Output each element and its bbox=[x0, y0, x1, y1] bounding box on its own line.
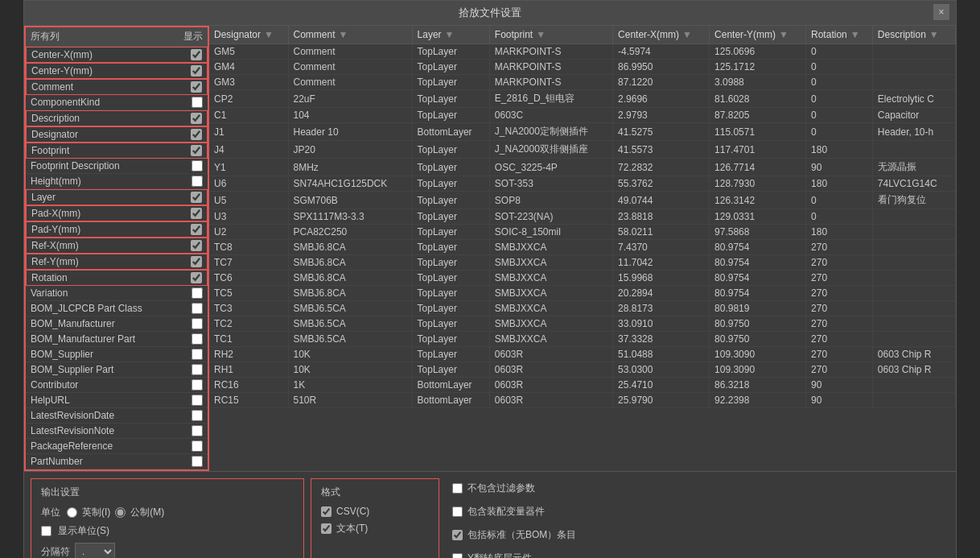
col-item[interactable]: Ref-Y(mm) bbox=[26, 254, 208, 270]
col-item-checkbox[interactable] bbox=[191, 440, 203, 452]
col-item-checkbox[interactable] bbox=[191, 192, 202, 203]
table-row[interactable]: Y18MHzTopLayerOSC_3225-4P72.2832126.7714… bbox=[209, 159, 956, 176]
col-item-checkbox[interactable] bbox=[191, 456, 203, 467]
col-item[interactable]: PartNumber bbox=[26, 454, 208, 469]
col-item-checkbox[interactable] bbox=[191, 129, 202, 140]
table-row[interactable]: GM5CommentTopLayerMARKPOINT-S-4.5974125.… bbox=[209, 44, 956, 60]
table-container[interactable]: Designator▼Comment▼Layer▼Footprint▼Cente… bbox=[209, 26, 956, 471]
col-item[interactable]: Description bbox=[26, 110, 208, 126]
col-item[interactable]: Pad-Y(mm) bbox=[26, 221, 208, 238]
include-assembly-label[interactable]: 包含装配变量器件 bbox=[467, 505, 545, 519]
table-row[interactable]: J1Header 10BottomLayerJ_NA2000定制侧插件41.52… bbox=[209, 123, 956, 141]
table-header[interactable]: Designator▼ bbox=[209, 26, 288, 44]
col-item-checkbox[interactable] bbox=[191, 379, 203, 391]
metric-radio[interactable] bbox=[115, 507, 126, 518]
col-item-checkbox[interactable] bbox=[191, 272, 202, 283]
col-item-checkbox[interactable] bbox=[191, 208, 202, 219]
col-item-checkbox[interactable] bbox=[191, 49, 202, 60]
col-item[interactable]: BOM_Supplier bbox=[26, 347, 208, 362]
table-row[interactable]: TC2SMBJ6.5CATopLayerSMBJXXCA33.091080.97… bbox=[209, 316, 956, 332]
imperial-label[interactable]: 英制(I) bbox=[82, 506, 110, 519]
no-filter-label[interactable]: 不包含过滤参数 bbox=[467, 482, 535, 495]
table-header[interactable]: Rotation▼ bbox=[806, 26, 873, 44]
col-item[interactable]: Center-X(mm) bbox=[26, 47, 208, 63]
col-item[interactable]: Center-Y(mm) bbox=[26, 63, 208, 79]
col-item-checkbox[interactable] bbox=[191, 287, 203, 299]
col-item[interactable]: Contributor bbox=[26, 378, 208, 393]
csv-checkbox[interactable] bbox=[321, 506, 331, 517]
col-item[interactable]: LatestRevisionDate bbox=[26, 408, 208, 424]
table-row[interactable]: TC6SMBJ6.8CATopLayerSMBJXXCA15.996880.97… bbox=[209, 271, 956, 286]
col-item-checkbox[interactable] bbox=[191, 113, 202, 124]
table-row[interactable]: RH110KTopLayer0603R53.0300109.3090270060… bbox=[209, 362, 956, 378]
table-row[interactable]: J4JP20TopLayerJ_NA2000双排侧插座41.5573117.47… bbox=[209, 141, 956, 159]
separator-select[interactable]: . , bbox=[75, 543, 115, 558]
col-item[interactable]: Variation bbox=[26, 286, 208, 301]
csv-label[interactable]: CSV(C) bbox=[336, 506, 369, 517]
col-item[interactable]: Pad-X(mm) bbox=[26, 205, 208, 221]
include-standard-label[interactable]: 包括标准（无BOM）条目 bbox=[467, 528, 576, 542]
col-item-checkbox[interactable] bbox=[191, 256, 202, 267]
table-row[interactable]: RC15510RBottomLayer0603R25.979092.239890 bbox=[209, 393, 956, 408]
col-item-checkbox[interactable] bbox=[191, 333, 203, 345]
col-item[interactable]: Layer bbox=[26, 189, 208, 205]
table-row[interactable]: RH210KTopLayer0603R51.0488109.3090270060… bbox=[209, 347, 956, 362]
table-row[interactable]: TC7SMBJ6.8CATopLayerSMBJXXCA11.704280.97… bbox=[209, 255, 956, 271]
table-row[interactable]: GM4CommentTopLayerMARKPOINT-S86.9950125.… bbox=[209, 60, 956, 75]
col-item[interactable]: Designator bbox=[26, 126, 208, 143]
show-unit-label[interactable]: 显示单位(S) bbox=[58, 524, 109, 538]
col-item[interactable]: HelpURL bbox=[26, 393, 208, 408]
col-item-checkbox[interactable] bbox=[191, 97, 203, 108]
col-item[interactable]: BOM_Supplier Part bbox=[26, 362, 208, 378]
include-assembly-checkbox[interactable] bbox=[452, 506, 463, 517]
table-row[interactable]: U6SN74AHC1G125DCKTopLayerSOT-35355.37621… bbox=[209, 176, 956, 192]
col-item[interactable]: LatestRevisionNote bbox=[26, 424, 208, 439]
col-item[interactable]: BOM_Manufacturer bbox=[26, 316, 208, 332]
table-row[interactable]: TC5SMBJ6.8CATopLayerSMBJXXCA20.289480.97… bbox=[209, 286, 956, 301]
col-item-checkbox[interactable] bbox=[191, 364, 203, 375]
col-item-checkbox[interactable] bbox=[191, 145, 202, 156]
table-header[interactable]: Center-X(mm)▼ bbox=[613, 26, 710, 44]
col-item[interactable]: Footprint Description bbox=[26, 159, 208, 174]
col-item[interactable]: BOM_JLCPCB Part Class bbox=[26, 301, 208, 316]
col-item-checkbox[interactable] bbox=[191, 425, 203, 436]
table-header[interactable]: Center-Y(mm)▼ bbox=[710, 26, 806, 44]
table-row[interactable]: TC3SMBJ6.5CATopLayerSMBJXXCA28.817380.98… bbox=[209, 301, 956, 316]
col-item-checkbox[interactable] bbox=[191, 395, 203, 406]
table-row[interactable]: C1104TopLayer0603C2.979387.82050Capacito… bbox=[209, 108, 956, 123]
text-checkbox[interactable] bbox=[321, 523, 331, 534]
metric-label[interactable]: 公制(M) bbox=[130, 506, 164, 519]
table-row[interactable]: RC161KBottomLayer0603R25.471086.321890 bbox=[209, 378, 956, 393]
col-item[interactable]: ComponentKind bbox=[26, 95, 208, 110]
col-item-checkbox[interactable] bbox=[191, 81, 202, 93]
table-row[interactable]: TC1SMBJ6.5CATopLayerSMBJXXCA37.332880.97… bbox=[209, 332, 956, 347]
col-item[interactable]: BOM_Manufacturer Part bbox=[26, 332, 208, 347]
table-header[interactable]: Footprint▼ bbox=[489, 26, 612, 44]
no-filter-checkbox[interactable] bbox=[452, 483, 463, 494]
col-item[interactable]: Footprint bbox=[26, 143, 208, 159]
y-flip-label[interactable]: Y翻转底层元件 bbox=[467, 552, 532, 558]
table-row[interactable]: U3SPX1117M3-3.3TopLayerSOT-223(NA)23.881… bbox=[209, 209, 956, 225]
y-flip-checkbox[interactable] bbox=[452, 553, 463, 558]
col-item-checkbox[interactable] bbox=[191, 303, 203, 314]
col-item-checkbox[interactable] bbox=[191, 224, 202, 235]
col-item-checkbox[interactable] bbox=[191, 160, 203, 172]
include-standard-checkbox[interactable] bbox=[452, 530, 463, 540]
table-row[interactable]: U5SGM706BTopLayerSOP849.0744126.31420看门狗… bbox=[209, 192, 956, 209]
table-row[interactable]: TC8SMBJ6.8CATopLayerSMBJXXCA7.437080.975… bbox=[209, 240, 956, 255]
table-header[interactable]: Description▼ bbox=[872, 26, 955, 44]
col-item[interactable]: Ref-X(mm) bbox=[26, 238, 208, 254]
col-item-checkbox[interactable] bbox=[191, 240, 202, 251]
imperial-radio[interactable] bbox=[67, 507, 77, 518]
table-header[interactable]: Comment▼ bbox=[288, 26, 412, 44]
col-item-checkbox[interactable] bbox=[191, 349, 203, 360]
table-row[interactable]: U2PCA82C250TopLayerSOIC-8_150mil58.02119… bbox=[209, 225, 956, 240]
col-item[interactable]: Comment bbox=[26, 79, 208, 95]
col-item-checkbox[interactable] bbox=[191, 176, 203, 187]
show-unit-checkbox[interactable] bbox=[41, 526, 51, 536]
close-button[interactable]: × bbox=[933, 4, 949, 20]
col-item-checkbox[interactable] bbox=[191, 318, 203, 329]
table-header[interactable]: Layer▼ bbox=[412, 26, 489, 44]
col-item[interactable]: Rotation bbox=[26, 270, 208, 286]
table-row[interactable]: GM3CommentTopLayerMARKPOINT-S87.12203.09… bbox=[209, 75, 956, 90]
